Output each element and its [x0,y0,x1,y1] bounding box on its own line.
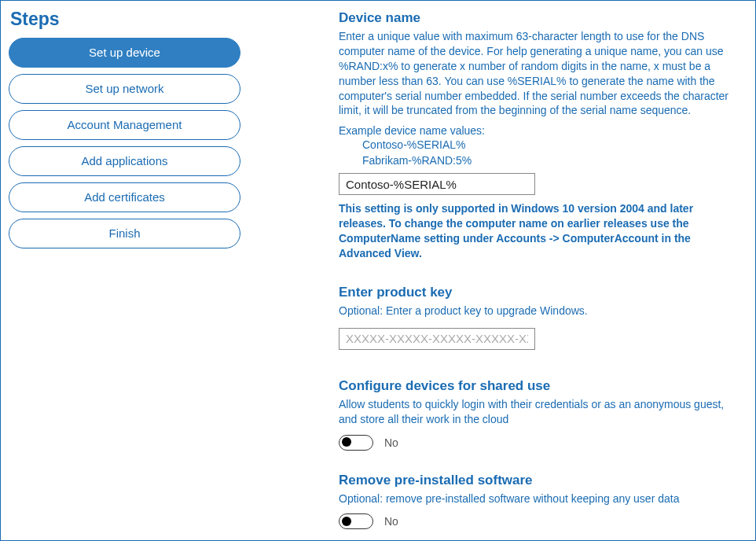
shared-use-title: Configure devices for shared use [339,378,741,394]
device-name-desc: Enter a unique value with maximum 63-cha… [339,29,741,118]
device-name-title: Device name [339,10,741,26]
toggle-knob-icon [342,517,351,526]
shared-use-toggle-row: No [339,435,741,451]
remove-software-title: Remove pre-installed software [339,473,741,488]
shared-use-toggle-label: No [384,436,398,449]
step-add-certificates[interactable]: Add certificates [9,182,240,212]
product-key-desc: Optional: Enter a product key to upgrade… [339,304,741,318]
device-name-example-label: Example device name values: [339,124,741,137]
step-finish[interactable]: Finish [9,219,240,248]
steps-panel: Steps Set up device Set up network Accou… [9,9,260,532]
step-set-up-network[interactable]: Set up network [9,74,240,104]
toggle-knob-icon [342,437,351,447]
device-name-section: Device name Enter a unique value with ma… [339,10,741,261]
remove-software-toggle-row: No [339,513,741,529]
device-name-note: This setting is only supported in Window… [339,201,741,261]
step-add-applications[interactable]: Add applications [9,146,240,176]
device-name-example-1: Contoso-%SERIAL% [362,138,741,151]
shared-use-desc: Allow students to quickly login with the… [339,397,741,427]
product-key-title: Enter product key [339,285,741,300]
steps-title: Steps [10,9,260,30]
step-account-management[interactable]: Account Management [9,110,240,140]
remove-software-toggle[interactable] [339,513,373,529]
main-content: Device name Enter a unique value with ma… [260,9,741,532]
shared-use-section: Configure devices for shared use Allow s… [339,378,741,451]
shared-use-toggle[interactable] [339,435,373,451]
step-set-up-device[interactable]: Set up device [9,38,240,68]
remove-software-desc: Optional: remove pre-installed software … [339,491,741,506]
product-key-section: Enter product key Optional: Enter a prod… [339,285,741,356]
product-key-input[interactable] [339,328,535,350]
remove-software-toggle-label: No [384,515,398,528]
device-name-example-2: Fabrikam-%RAND:5% [362,154,741,167]
remove-software-section: Remove pre-installed software Optional: … [339,473,741,530]
device-name-input[interactable] [339,173,535,195]
